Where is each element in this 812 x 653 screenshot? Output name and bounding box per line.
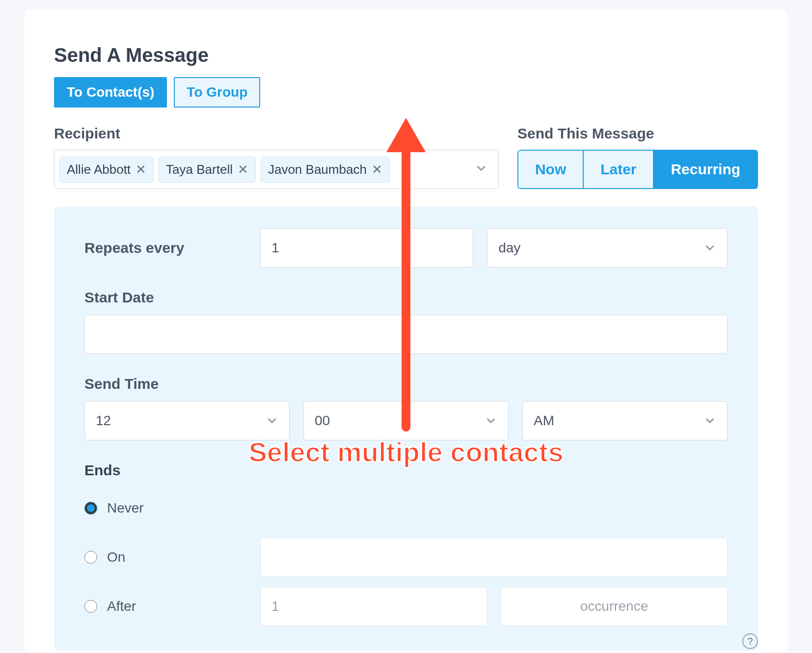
chevron-down-icon[interactable] xyxy=(475,162,493,177)
page-title: Send A Message xyxy=(54,44,758,66)
send-this-label: Send This Message xyxy=(517,125,758,142)
send-time-minute-select[interactable]: 00 xyxy=(303,401,509,440)
send-recurring-button[interactable]: Recurring xyxy=(654,150,758,189)
ends-on-label: On xyxy=(107,549,125,565)
recipient-chip: Allie Abbott ✕ xyxy=(59,157,154,183)
remove-icon[interactable]: ✕ xyxy=(238,163,248,176)
start-date-label: Start Date xyxy=(84,289,728,306)
send-timing-toggle: Now Later Recurring xyxy=(517,150,758,189)
repeats-every-label: Repeats every xyxy=(84,240,246,256)
ends-never-radio[interactable] xyxy=(84,502,97,515)
send-time-label: Send Time xyxy=(84,376,728,392)
ends-after-count-input[interactable]: 1 xyxy=(260,587,487,626)
remove-icon[interactable]: ✕ xyxy=(135,163,146,176)
start-date-input[interactable] xyxy=(84,315,728,354)
ends-on-radio[interactable] xyxy=(84,551,97,564)
recipient-multiselect[interactable]: Allie Abbott ✕ Taya Bartell ✕ Javon Baum… xyxy=(54,150,499,189)
recipient-chip-label: Javon Baumbach xyxy=(268,162,367,177)
chevron-down-icon xyxy=(485,414,497,427)
chevron-down-icon xyxy=(704,242,716,254)
recurring-settings-panel: Repeats every 1 day Start Date Send Time xyxy=(54,207,758,651)
remove-icon[interactable]: ✕ xyxy=(372,163,382,176)
to-contacts-button[interactable]: To Contact(s) xyxy=(54,77,167,108)
recipient-label: Recipient xyxy=(54,125,499,142)
ends-after-radio[interactable] xyxy=(84,600,97,613)
recipient-chip: Javon Baumbach ✕ xyxy=(261,157,390,183)
ends-never-label: Never xyxy=(107,500,144,516)
chevron-down-icon xyxy=(266,414,278,427)
ends-label: Ends xyxy=(84,462,728,479)
help-icon[interactable]: ? xyxy=(742,633,758,649)
send-time-ampm-select[interactable]: AM xyxy=(522,401,728,440)
repeats-interval-input[interactable]: 1 xyxy=(260,228,473,268)
ends-after-unit-label: occurrence xyxy=(501,587,728,626)
send-later-button[interactable]: Later xyxy=(584,150,654,189)
ends-after-label: After xyxy=(107,599,136,614)
recipient-mode-toggle: To Contact(s) To Group xyxy=(54,77,758,108)
chevron-down-icon xyxy=(704,414,716,427)
ends-on-date-input[interactable] xyxy=(260,538,728,577)
send-time-hour-select[interactable]: 12 xyxy=(84,401,290,440)
to-group-button[interactable]: To Group xyxy=(174,77,260,108)
recipient-chip-label: Allie Abbott xyxy=(67,162,131,177)
send-now-button[interactable]: Now xyxy=(517,150,584,189)
repeats-unit-select[interactable]: day xyxy=(487,228,728,268)
recipient-chip-label: Taya Bartell xyxy=(166,162,233,177)
recipient-chip: Taya Bartell ✕ xyxy=(159,157,256,183)
send-message-card: Send A Message To Contact(s) To Group Re… xyxy=(25,10,787,653)
